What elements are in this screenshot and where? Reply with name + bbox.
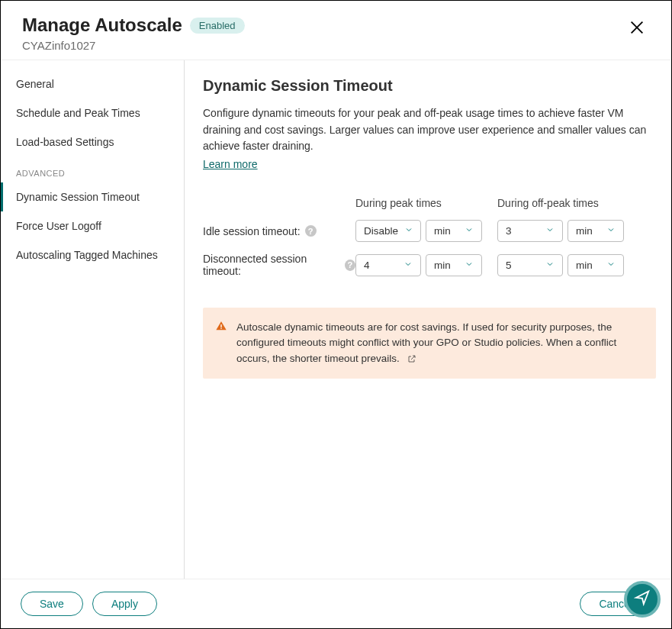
main-panel: Dynamic Session Timeout Configure dynami… xyxy=(185,60,671,579)
chevron-down-icon xyxy=(606,225,616,237)
column-header-offpeak: During off-peak times xyxy=(497,197,639,209)
dropdown-value: min xyxy=(576,225,593,237)
idle-timeout-label: Idle session timeout: xyxy=(203,225,301,237)
chevron-down-icon xyxy=(465,260,474,271)
save-button[interactable]: Save xyxy=(21,592,83,616)
external-link-icon[interactable] xyxy=(407,354,416,363)
dropdown-value: min xyxy=(434,225,451,237)
enabled-badge: Enabled xyxy=(190,18,245,34)
dialog-title: Manage Autoscale xyxy=(22,15,182,36)
send-icon xyxy=(634,589,651,609)
dropdown-value: 4 xyxy=(364,260,370,271)
help-icon[interactable]: ? xyxy=(345,260,355,271)
idle-offpeak-value-dropdown[interactable]: 3 xyxy=(497,220,563,242)
learn-more-link[interactable]: Learn more xyxy=(203,158,258,170)
sidebar: General Schedule and Peak Times Load-bas… xyxy=(1,60,185,579)
send-fab[interactable] xyxy=(624,581,661,618)
dropdown-value: min xyxy=(434,260,451,271)
close-icon xyxy=(629,27,645,38)
column-header-peak: During peak times xyxy=(355,197,497,209)
help-icon[interactable]: ? xyxy=(305,225,317,237)
apply-button[interactable]: Apply xyxy=(92,592,157,616)
close-button[interactable] xyxy=(624,15,650,43)
chevron-down-icon xyxy=(545,260,555,271)
sidebar-item-tagged-machines[interactable]: Autoscaling Tagged Machines xyxy=(1,240,184,269)
disc-offpeak-value-dropdown[interactable]: 5 xyxy=(497,254,563,276)
dropdown-value: 5 xyxy=(506,260,512,271)
sidebar-item-force-logoff[interactable]: Force User Logoff xyxy=(1,211,184,240)
disc-peak-unit-dropdown[interactable]: min xyxy=(426,254,482,276)
chevron-down-icon xyxy=(465,225,474,237)
idle-offpeak-unit-dropdown[interactable]: min xyxy=(568,220,624,242)
chevron-down-icon xyxy=(404,225,413,237)
sidebar-item-load[interactable]: Load-based Settings xyxy=(1,127,184,156)
description-text: Configure dynamic timeouts for your peak… xyxy=(203,105,656,155)
disconnected-timeout-label: Disconnected session timeout: xyxy=(203,253,340,277)
dropdown-value: 3 xyxy=(506,225,512,237)
sidebar-item-dynamic-timeout[interactable]: Dynamic Session Timeout xyxy=(1,182,184,211)
page-heading: Dynamic Session Timeout xyxy=(203,77,656,95)
idle-peak-value-dropdown[interactable]: Disable xyxy=(355,220,421,242)
svg-rect-3 xyxy=(220,328,221,329)
dropdown-value: min xyxy=(576,260,593,271)
warning-icon xyxy=(215,320,227,366)
sidebar-item-general[interactable]: General xyxy=(1,69,184,98)
disc-offpeak-unit-dropdown[interactable]: min xyxy=(568,254,624,276)
chevron-down-icon xyxy=(606,260,616,271)
chevron-down-icon xyxy=(404,260,413,271)
chevron-down-icon xyxy=(545,225,555,237)
sidebar-section-advanced: ADVANCED xyxy=(1,156,184,182)
warning-banner: Autoscale dynamic timeouts are for cost … xyxy=(203,308,656,379)
svg-rect-2 xyxy=(220,324,221,327)
subtitle: CYAZinfo1027 xyxy=(22,39,245,52)
dropdown-value: Disable xyxy=(364,225,398,237)
sidebar-item-schedule[interactable]: Schedule and Peak Times xyxy=(1,98,184,127)
idle-peak-unit-dropdown[interactable]: min xyxy=(426,220,482,242)
disc-peak-value-dropdown[interactable]: 4 xyxy=(355,254,421,276)
warning-text: Autoscale dynamic timeouts are for cost … xyxy=(236,321,616,364)
